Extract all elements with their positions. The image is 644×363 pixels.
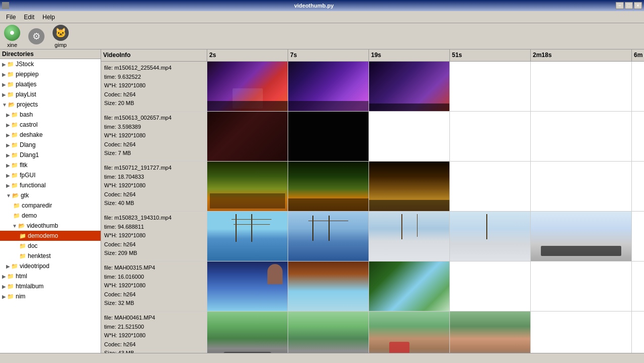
video-wh: W*H: 1920*1080 (104, 181, 204, 190)
sidebar-item-projects[interactable]: ▼ 📂 projects (0, 99, 101, 110)
dir-label: comparedir (22, 202, 52, 209)
arrow-icon: ▶ (2, 274, 6, 279)
xine-icon: ● (4, 25, 20, 41)
thumbnail-2-7s[interactable] (288, 112, 369, 161)
thumbnail-4-7s[interactable] (288, 212, 369, 261)
thumbnail-5-19s[interactable] (369, 262, 450, 311)
thumbnail-6-19s[interactable] (369, 312, 450, 353)
thumbnail-3-19s[interactable] (369, 162, 450, 211)
sidebar-item-jstock[interactable]: ▶ 📁 JStock (0, 59, 101, 69)
folder-icon: 📁 (11, 132, 18, 138)
col-7s: 7s (288, 49, 369, 61)
arrow-icon: ▶ (6, 122, 10, 128)
video-size: Size: 43 MB (104, 349, 204, 353)
col-2s: 2s (207, 49, 288, 61)
sidebar-item-plaatjes[interactable]: ▶ 📁 plaatjes (0, 79, 101, 89)
sidebar-item-nim[interactable]: ▶ 📁 nim (0, 291, 101, 301)
gimp-button[interactable]: 🐱 gimp (53, 25, 69, 48)
thumbnail-1-19s[interactable] (369, 62, 450, 111)
thumbnail-1-2m18s (531, 62, 632, 111)
folder-icon: 📁 (7, 91, 14, 98)
sidebar-item-deshake[interactable]: ▶ 📁 deshake (0, 130, 101, 140)
video-codec: Codec: h264 (104, 340, 204, 349)
video-codec: Codec: h264 (104, 90, 204, 99)
thumbnail-3-2s[interactable] (207, 162, 288, 211)
thumbnail-6-51s[interactable] (450, 312, 531, 353)
folder-icon: 📁 (19, 253, 26, 260)
dir-label: html (16, 273, 27, 280)
thumbnail-4-51s[interactable] (450, 212, 531, 261)
sidebar-item-fpgui[interactable]: ▶ 📁 fpGUI (0, 170, 101, 180)
folder-icon: 📁 (11, 152, 18, 159)
dir-label: functional (20, 182, 45, 189)
arrow-icon: ▼ (12, 223, 17, 229)
thumbnail-2-6m (632, 112, 644, 161)
thumbnail-4-19s[interactable] (369, 212, 450, 261)
maximize-button[interactable]: □ (625, 2, 633, 9)
thumbnail-6-2s[interactable] (207, 312, 288, 353)
folder-icon: 📁 (13, 213, 20, 219)
video-time: time: 16.016000 (104, 273, 204, 282)
arrow-icon: ▶ (2, 82, 6, 87)
sidebar-item-functional[interactable]: ▶ 📁 functional (0, 180, 101, 190)
sidebar-item-playlist[interactable]: ▶ 📁 playList (0, 89, 101, 99)
folder-icon: 📁 (7, 283, 14, 290)
sidebar-item-henktest[interactable]: 📁 henktest (0, 251, 101, 261)
sidebar-item-castrol[interactable]: ▶ 📁 castrol (0, 120, 101, 130)
thumbnail-4-2m18s[interactable] (531, 212, 632, 261)
thumbnail-2-51s (450, 112, 531, 161)
menu-help[interactable]: Help (38, 13, 59, 22)
thumbnail-1-7s[interactable] (288, 62, 369, 111)
arrow-icon: ▶ (6, 132, 10, 138)
folder-icon: 📁 (7, 81, 14, 88)
sidebar-item-doc[interactable]: 📁 doc (0, 241, 101, 251)
dir-label: videotripod (20, 263, 50, 270)
video-size: Size: 7 MB (104, 149, 204, 158)
menu-edit[interactable]: Edit (20, 13, 38, 22)
left-panel: Directories ▶ 📁 JStock ▶ 📁 pieppiep ▶ 📁 … (0, 49, 101, 353)
minimize-button[interactable]: − (616, 2, 624, 9)
thumbnail-5-7s[interactable] (288, 262, 369, 311)
dir-label: Dlang1 (20, 151, 39, 159)
video-time: time: 3.598389 (104, 123, 204, 132)
arrow-icon: ▶ (2, 72, 6, 77)
folder-icon: 📁 (13, 202, 20, 209)
sidebar-item-html[interactable]: ▶ 📁 html (0, 271, 101, 281)
menu-file[interactable]: File (2, 13, 20, 22)
sidebar-item-gtk[interactable]: ▼ 📂 gtk (0, 190, 101, 200)
sidebar-item-pieppiep[interactable]: ▶ 📁 pieppiep (0, 69, 101, 79)
close-button[interactable]: × (634, 2, 642, 9)
sidebar-item-htmlalbum[interactable]: ▶ 📁 htmlalbum (0, 281, 101, 291)
thumbnail-3-7s[interactable] (288, 162, 369, 211)
sidebar-item-demo[interactable]: 📁 demo (0, 211, 101, 221)
folder-icon: 📁 (11, 172, 18, 179)
dir-label: plaatjes (16, 81, 36, 88)
sidebar-item-fltk[interactable]: ▶ 📁 fltk (0, 160, 101, 170)
video-wh: W*H: 1920*1080 (104, 281, 204, 290)
video-size: Size: 20 MB (104, 99, 204, 108)
video-codec: Codec: h264 (104, 240, 204, 249)
thumbnail-6-7s[interactable] (288, 312, 369, 353)
sidebar-item-bash[interactable]: ▶ 📁 bash (0, 110, 101, 120)
sidebar-item-demodemo[interactable]: 📁 demodemo (0, 231, 101, 241)
col-2m18s: 2m18s (531, 49, 632, 61)
dir-label: doc (28, 242, 37, 249)
thumbnail-4-2s[interactable] (207, 212, 288, 261)
sidebar-item-videothumb[interactable]: ▼ 📂 videothumb (0, 221, 101, 231)
sidebar-item-dlang1[interactable]: ▶ 📁 Dlang1 (0, 150, 101, 160)
sidebar-item-videotripod[interactable]: ▶ 📁 videotripod (0, 261, 101, 271)
thumbnail-5-2s[interactable] (207, 262, 288, 311)
xine-button[interactable]: ● xine (4, 25, 20, 48)
arrow-icon: ▶ (6, 173, 10, 178)
video-time: time: 18.704833 (104, 173, 204, 182)
table-row: file: MAH00461.MP4 time: 21.521500 W*H: … (101, 312, 644, 353)
thumbnail-2-2s[interactable] (207, 112, 288, 161)
arrow-icon: ▶ (6, 142, 10, 148)
sidebar-item-dlang[interactable]: ▶ 📁 Dlang (0, 140, 101, 150)
dir-label: projects (17, 101, 38, 108)
dir-label: demodemo (28, 232, 58, 239)
settings-button[interactable]: ⚙ (28, 28, 44, 44)
video-file: file: m150823_194310.mp4 (104, 214, 204, 223)
thumbnail-1-2s[interactable] (207, 62, 288, 111)
sidebar-item-comparedir[interactable]: 📁 comparedir (0, 200, 101, 211)
